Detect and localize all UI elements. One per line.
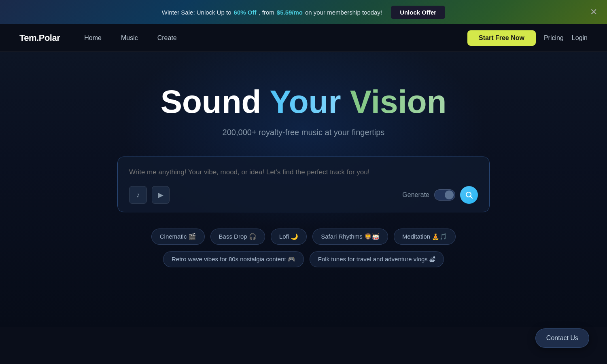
- svg-line-1: [471, 197, 473, 199]
- announcement-bar: Winter Sale: Unlock Up to 60% Off , from…: [0, 0, 607, 24]
- chips-row-1: Cinematic 🎬 Bass Drop 🎧 Lofi 🌙 Safari Rh…: [151, 229, 456, 245]
- search-input[interactable]: [129, 168, 478, 176]
- search-footer: ♪ ▶ Generate: [129, 186, 478, 204]
- promo-price: $5.59/mo: [277, 9, 303, 16]
- hero-section: Sound Your Vision 200,000+ royalty-free …: [0, 52, 607, 327]
- promo-text-middle: , from: [259, 9, 274, 16]
- hero-title-your: Your: [270, 84, 341, 120]
- generate-section: Generate: [402, 186, 478, 204]
- music-note-icon-button[interactable]: ♪: [129, 186, 147, 204]
- navbar: Tem.Polar Home Music Create Start Free N…: [0, 24, 607, 52]
- close-announcement-icon[interactable]: ✕: [590, 7, 597, 17]
- unlock-offer-button[interactable]: Unlock Offer: [391, 6, 445, 19]
- chip-bass-drop[interactable]: Bass Drop 🎧: [210, 229, 265, 245]
- play-icon-button[interactable]: ▶: [152, 186, 170, 204]
- search-submit-button[interactable]: [460, 186, 478, 204]
- search-icons: ♪ ▶: [129, 186, 170, 204]
- search-box: ♪ ▶ Generate: [117, 157, 490, 212]
- nav-create[interactable]: Create: [157, 34, 177, 42]
- chip-folk-tunes[interactable]: Folk tunes for travel and adventure vlog…: [310, 251, 444, 267]
- promo-text-after: on your membership tooday!: [305, 9, 382, 16]
- nav-music[interactable]: Music: [121, 34, 138, 42]
- chip-cinematic[interactable]: Cinematic 🎬: [151, 229, 205, 245]
- chips-row-2: Retro wave vibes for 80s nostalgia conte…: [163, 251, 444, 267]
- contact-us-button[interactable]: Contact Us: [535, 328, 589, 348]
- chip-meditation[interactable]: Meditation 🧘🎵: [394, 229, 456, 245]
- chip-safari-rhythms[interactable]: Safari Rhythms 🦁🥁: [312, 229, 388, 245]
- logo: Tem.Polar: [19, 33, 60, 43]
- hero-title-vision: Vision: [350, 84, 447, 120]
- hero-subtitle: 200,000+ royalty-free music at your fing…: [223, 128, 385, 137]
- search-submit-icon: [465, 191, 473, 199]
- pricing-link[interactable]: Pricing: [544, 34, 564, 42]
- promo-percent: 60% Off: [234, 9, 257, 16]
- nav-actions: Start Free Now Pricing Login: [467, 30, 588, 46]
- start-free-button[interactable]: Start Free Now: [467, 30, 536, 46]
- hero-title: Sound Your Vision: [161, 84, 447, 120]
- chip-lofi[interactable]: Lofi 🌙: [271, 229, 307, 245]
- nav-links: Home Music Create: [84, 34, 467, 42]
- generate-toggle[interactable]: [434, 189, 455, 201]
- hero-title-sound: Sound: [161, 84, 261, 120]
- nav-home[interactable]: Home: [84, 34, 102, 42]
- generate-label: Generate: [402, 191, 429, 199]
- chips-container: Cinematic 🎬 Bass Drop 🎧 Lofi 🌙 Safari Rh…: [151, 229, 456, 267]
- login-link[interactable]: Login: [572, 34, 588, 42]
- chip-retro-wave[interactable]: Retro wave vibes for 80s nostalgia conte…: [163, 251, 304, 267]
- promo-text-before: Winter Sale: Unlock Up to: [162, 9, 231, 16]
- promo-text: Winter Sale: Unlock Up to 60% Off , from…: [162, 6, 445, 19]
